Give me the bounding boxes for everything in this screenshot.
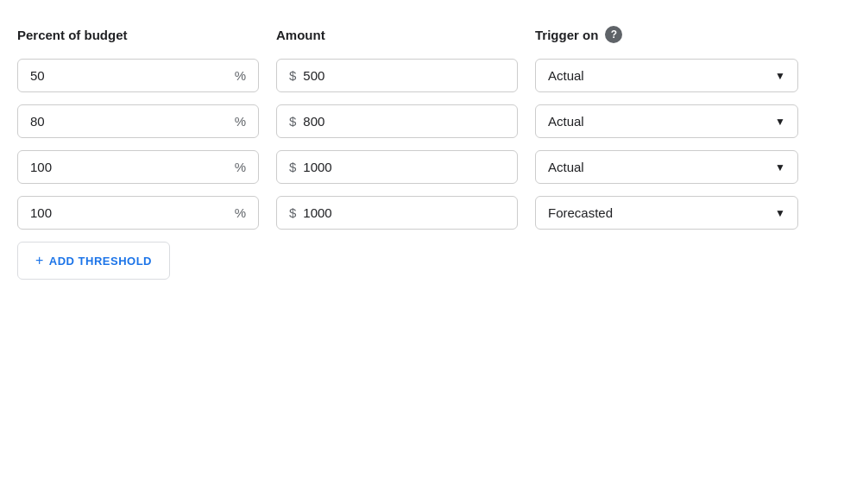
amount-input-wrapper: $ bbox=[276, 150, 535, 184]
trigger-select-wrapper: ActualForecasted ▼ bbox=[535, 150, 798, 184]
header-row: Percent of budget Amount Trigger on ? bbox=[17, 26, 846, 43]
amount-input[interactable] bbox=[303, 68, 505, 83]
amount-field: $ bbox=[276, 150, 518, 184]
percent-symbol: % bbox=[235, 160, 246, 174]
dollar-symbol: $ bbox=[289, 160, 296, 174]
percent-input[interactable] bbox=[30, 205, 231, 220]
amount-field: $ bbox=[276, 196, 518, 230]
add-threshold-label: ADD THRESHOLD bbox=[49, 255, 152, 268]
amount-field: $ bbox=[276, 104, 518, 138]
threshold-row: % $ ActualForecasted ▼ bbox=[17, 196, 846, 230]
amount-column-header: Amount bbox=[276, 28, 535, 42]
amount-input-wrapper: $ bbox=[276, 104, 535, 138]
amount-input[interactable] bbox=[303, 205, 505, 220]
percent-symbol: % bbox=[235, 68, 246, 83]
threshold-row: % $ ActualForecasted ▼ bbox=[17, 150, 846, 184]
percent-input-wrapper: % bbox=[17, 59, 276, 92]
amount-input[interactable] bbox=[303, 160, 505, 174]
percent-field: % bbox=[17, 59, 259, 92]
trigger-dropdown[interactable]: ActualForecasted bbox=[548, 205, 775, 220]
percent-input-wrapper: % bbox=[17, 150, 276, 184]
amount-input[interactable] bbox=[303, 114, 505, 129]
trigger-select-wrapper: ActualForecasted ▼ bbox=[535, 104, 798, 138]
percent-field: % bbox=[17, 104, 259, 138]
percent-input[interactable] bbox=[30, 68, 231, 83]
threshold-row: % $ ActualForecasted ▼ bbox=[17, 59, 846, 92]
percent-field: % bbox=[17, 150, 259, 184]
dropdown-arrow-icon: ▼ bbox=[775, 116, 785, 128]
trigger-dropdown[interactable]: ActualForecasted bbox=[548, 160, 775, 174]
help-icon[interactable]: ? bbox=[605, 26, 622, 43]
dropdown-arrow-icon: ▼ bbox=[775, 207, 785, 219]
percent-input[interactable] bbox=[30, 160, 231, 174]
dropdown-arrow-icon: ▼ bbox=[775, 161, 785, 173]
trigger-label: Trigger on bbox=[535, 28, 598, 42]
trigger-select[interactable]: ActualForecasted ▼ bbox=[535, 104, 798, 138]
dollar-symbol: $ bbox=[289, 205, 296, 220]
percent-field: % bbox=[17, 196, 259, 230]
dollar-symbol: $ bbox=[289, 114, 296, 129]
dropdown-arrow-icon: ▼ bbox=[775, 70, 785, 82]
trigger-select-wrapper: ActualForecasted ▼ bbox=[535, 59, 798, 92]
percent-input-wrapper: % bbox=[17, 104, 276, 138]
threshold-rows-container: % $ ActualForecasted ▼ % $ Act bbox=[17, 59, 846, 230]
amount-field: $ bbox=[276, 59, 518, 92]
amount-input-wrapper: $ bbox=[276, 196, 535, 230]
percent-input-wrapper: % bbox=[17, 196, 276, 230]
trigger-select[interactable]: ActualForecasted ▼ bbox=[535, 59, 798, 92]
trigger-select[interactable]: ActualForecasted ▼ bbox=[535, 150, 798, 184]
percent-input[interactable] bbox=[30, 114, 231, 129]
percent-symbol: % bbox=[235, 114, 246, 129]
trigger-dropdown[interactable]: ActualForecasted bbox=[548, 68, 775, 83]
trigger-select-wrapper: ActualForecasted ▼ bbox=[535, 196, 798, 230]
trigger-select[interactable]: ActualForecasted ▼ bbox=[535, 196, 798, 230]
trigger-dropdown[interactable]: ActualForecasted bbox=[548, 114, 775, 129]
dollar-symbol: $ bbox=[289, 68, 296, 83]
percent-symbol: % bbox=[235, 205, 246, 220]
plus-icon: + bbox=[35, 253, 44, 268]
percent-column-header: Percent of budget bbox=[17, 28, 276, 42]
add-threshold-button[interactable]: + ADD THRESHOLD bbox=[17, 242, 170, 280]
amount-input-wrapper: $ bbox=[276, 59, 535, 92]
threshold-row: % $ ActualForecasted ▼ bbox=[17, 104, 846, 138]
trigger-column-header: Trigger on ? bbox=[535, 26, 622, 43]
